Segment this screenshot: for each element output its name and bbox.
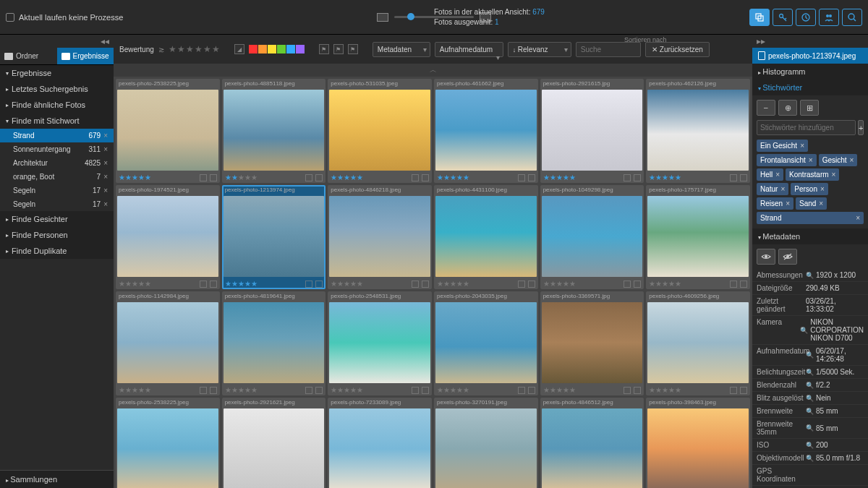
thumbnail-rating[interactable]: ★★★★★: [331, 386, 363, 394]
search-icon[interactable]: 🔍: [806, 395, 814, 402]
keyword-item[interactable]: orange, Boot7×: [0, 170, 114, 184]
rating-filter[interactable]: ★★★★★★: [169, 44, 220, 54]
remove-icon[interactable]: ×: [103, 159, 108, 167]
edit-icon[interactable]: [200, 387, 207, 394]
thumbnail[interactable]: pexels-photo-1974521.jpeg★★★★★: [116, 185, 220, 289]
flag-icon[interactable]: [315, 281, 323, 288]
metadata-dropdown[interactable]: Metadaten: [373, 42, 430, 57]
keyword-tag[interactable]: Hell×: [757, 168, 783, 181]
flag-icon[interactable]: [740, 281, 747, 288]
flag-icon[interactable]: [740, 387, 747, 394]
thumbnail-rating[interactable]: ★★★★★: [437, 386, 469, 394]
flag-icon[interactable]: [422, 387, 429, 394]
eye-off-icon[interactable]: [778, 249, 797, 265]
flag-3[interactable]: ⚑: [348, 44, 358, 54]
thumbnail-rating[interactable]: ★★★★★: [331, 174, 363, 181]
thumbnail[interactable]: pexels-photo-4846512.jpeg★★★★★: [540, 398, 644, 488]
thumbnail-rating[interactable]: ★★★★★: [225, 174, 258, 181]
thumbnail[interactable]: pexels-photo-2921621.jpeg★★★★★: [222, 398, 326, 488]
flag-2[interactable]: ⚑: [333, 44, 344, 54]
keyword-item[interactable]: Segeln17×: [0, 197, 114, 211]
thumbnail[interactable]: pexels-photo-175717.jpeg★★★★★: [646, 185, 750, 289]
edit-icon[interactable]: [730, 387, 737, 394]
edit-icon[interactable]: [518, 281, 525, 288]
edit-icon[interactable]: [624, 387, 631, 394]
thumbnail-rating[interactable]: ★★★★★: [649, 280, 681, 288]
date-dropdown[interactable]: Aufnahmedatum: [435, 42, 503, 57]
section-Finde-Gesichter[interactable]: Finde Gesichter: [0, 211, 114, 227]
thumbnail[interactable]: pexels-photo-4885118.jpeg★★★★★: [222, 79, 326, 183]
tab-results[interactable]: Ergebnisse: [57, 48, 114, 64]
keyword-tag[interactable]: Sand×: [796, 197, 827, 210]
flag-icon[interactable]: [634, 281, 641, 288]
remove-icon[interactable]: ×: [103, 132, 108, 140]
flag-icon[interactable]: [528, 281, 535, 288]
thumbnail[interactable]: pexels-photo-4846218.jpeg★★★★★: [328, 185, 432, 289]
color-swatch[interactable]: [268, 45, 276, 53]
key-button[interactable]: [773, 9, 793, 26]
thumbnail-rating[interactable]: ★★★★★: [119, 280, 151, 288]
flag-1[interactable]: ⚑: [319, 44, 329, 54]
search-icon[interactable]: 🔍: [800, 327, 808, 334]
keyword-tag[interactable]: Person×: [791, 183, 828, 195]
thumbnail-rating[interactable]: ★★★★★: [331, 280, 363, 288]
edit-icon[interactable]: [305, 387, 312, 394]
thumbnail[interactable]: pexels-photo-3369571.jpg★★★★★: [540, 291, 644, 395]
results-header[interactable]: Ergebnisse: [0, 65, 114, 81]
color-none[interactable]: ◢: [234, 44, 244, 54]
histogram-header[interactable]: Histogramm: [752, 64, 868, 80]
search-icon[interactable]: 🔍: [806, 351, 814, 359]
thumbnail-rating[interactable]: ★★★★★: [543, 174, 576, 181]
keyword-item[interactable]: Segeln17×: [0, 184, 114, 197]
thumbnail[interactable]: pexels-photo-2548531.jpeg★★★★★: [328, 291, 432, 395]
flag-icon[interactable]: [422, 281, 429, 288]
reset-button[interactable]: ✕Zurücksetzen: [645, 42, 710, 57]
flag-icon[interactable]: [634, 174, 641, 181]
search-input[interactable]: [576, 42, 641, 57]
clock-button[interactable]: [796, 9, 816, 26]
keyword-tag[interactable]: Gesicht×: [819, 154, 858, 166]
keyword-add-button[interactable]: +: [858, 120, 864, 135]
tab-folders[interactable]: Ordner: [0, 48, 57, 64]
thumbnail-rating[interactable]: ★★★★★: [649, 174, 681, 181]
remove-tag-icon[interactable]: ×: [819, 200, 823, 207]
remove-icon[interactable]: ×: [103, 173, 108, 181]
remove-icon[interactable]: ×: [103, 200, 108, 208]
color-swatch[interactable]: [258, 45, 267, 53]
thumbnail-rating[interactable]: ★★★★★: [649, 386, 681, 394]
thumbnail[interactable]: pexels-photo-461662.jpeg★★★★★: [434, 79, 538, 183]
thumbnail-rating[interactable]: ★★★★★: [225, 386, 258, 394]
edit-icon[interactable]: [305, 281, 312, 288]
thumbnail[interactable]: pexels-photo-4609256.jpeg★★★★★: [646, 291, 750, 395]
collapse-filterbar[interactable]: ︿: [114, 64, 752, 77]
sort-dropdown[interactable]: ↓ Relevanz: [508, 42, 571, 57]
section-Letztes-Suchergebnis[interactable]: Letztes Suchergebnis: [0, 81, 114, 97]
people-button[interactable]: [819, 9, 839, 26]
keyword-tag[interactable]: Reisen×: [757, 197, 793, 210]
remove-tag-icon[interactable]: ×: [820, 185, 825, 193]
edit-icon[interactable]: [412, 281, 419, 288]
rightbar-expand[interactable]: ▸▸: [752, 35, 868, 48]
metadata-header[interactable]: Metadaten: [752, 228, 868, 244]
section-Finde-Personen[interactable]: Finde Personen: [0, 227, 114, 243]
thumbnail[interactable]: pexels-photo-1049298.jpeg★★★★★: [540, 185, 644, 289]
edit-icon[interactable]: [412, 174, 419, 181]
edit-icon[interactable]: [730, 281, 737, 288]
kw-add-icon[interactable]: ⊕: [778, 100, 797, 116]
duplicate-button[interactable]: [749, 9, 770, 26]
edit-icon[interactable]: [518, 174, 525, 181]
thumbnail[interactable]: pexels-photo-4819641.jpeg★★★★★: [222, 291, 326, 395]
edit-icon[interactable]: [624, 281, 631, 288]
edit-icon[interactable]: [730, 174, 737, 181]
search-icon[interactable]: 🔍: [806, 382, 814, 389]
flag-icon[interactable]: [210, 174, 217, 181]
thumbnail[interactable]: pexels-photo-3270191.jpeg★★★★★: [434, 398, 538, 488]
flag-icon[interactable]: [315, 387, 323, 394]
keyword-input[interactable]: [757, 120, 856, 135]
remove-tag-icon[interactable]: ×: [856, 214, 860, 222]
edit-icon[interactable]: [200, 174, 207, 181]
edit-icon[interactable]: [200, 281, 207, 288]
color-swatch[interactable]: [286, 45, 295, 53]
keyword-item[interactable]: Sonnenuntergang311×: [0, 142, 114, 156]
thumbnail[interactable]: pexels-photo-398463.jpeg★★★★★: [646, 398, 750, 488]
